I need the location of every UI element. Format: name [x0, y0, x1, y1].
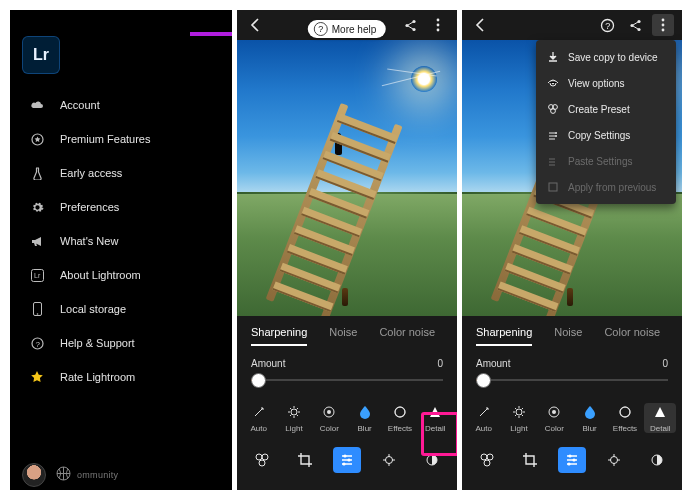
slider-thumb[interactable]: [251, 373, 266, 388]
slider-value-amount: 0: [662, 358, 668, 369]
slider-label-amount: Amount: [476, 358, 662, 369]
apply-previous-icon: [546, 181, 560, 193]
svg-point-22: [343, 454, 346, 457]
tool-label: Auto: [475, 424, 491, 433]
photo-preview[interactable]: [237, 40, 457, 316]
tool-label: Detail: [650, 424, 670, 433]
tab-color-noise[interactable]: Color noise: [604, 326, 660, 346]
help-icon: ?: [314, 22, 328, 36]
sidebar-item-preferences[interactable]: Preferences: [10, 190, 232, 224]
tab-noise[interactable]: Noise: [329, 326, 357, 346]
svg-point-47: [618, 405, 632, 419]
menu-label: Apply from previous: [568, 182, 656, 193]
presets-icon[interactable]: [473, 447, 501, 473]
slider-value-amount: 0: [437, 358, 443, 369]
tool-auto[interactable]: Auto: [243, 403, 275, 433]
sidebar-item-whats-new[interactable]: What's New: [10, 224, 232, 258]
kebab-icon[interactable]: [652, 14, 674, 36]
mask-icon[interactable]: [418, 447, 446, 473]
menu-view-options[interactable]: View options: [536, 70, 676, 96]
adjust-icon[interactable]: [558, 447, 586, 473]
tool-light[interactable]: Light: [278, 403, 310, 433]
avatar[interactable]: [22, 463, 46, 487]
effects-icon: [618, 403, 632, 421]
svg-point-33: [662, 24, 665, 27]
tool-label: Color: [545, 424, 564, 433]
preset-icon: [546, 103, 560, 115]
editor-panel-dropdown: ?: [462, 10, 682, 490]
slider-thumb[interactable]: [476, 373, 491, 388]
tool-auto[interactable]: Auto: [468, 403, 500, 433]
svg-point-49: [487, 454, 493, 460]
sidebar-item-help[interactable]: ? Help & Support: [10, 326, 232, 360]
sidebar-item-label: About Lightroom: [60, 269, 141, 281]
sidebar-item-label: Early access: [60, 167, 122, 179]
svg-point-20: [262, 454, 268, 460]
tab-noise[interactable]: Noise: [554, 326, 582, 346]
kebab-icon[interactable]: [427, 14, 449, 36]
svg-point-19: [256, 454, 262, 460]
download-icon: [546, 51, 560, 63]
svg-point-25: [386, 457, 393, 464]
svg-point-41: [555, 135, 557, 137]
svg-point-18: [393, 405, 407, 419]
amount-slider[interactable]: [476, 373, 668, 387]
tab-sharpening[interactable]: Sharpening: [251, 326, 307, 346]
tool-blur[interactable]: Blur: [574, 403, 606, 433]
tool-color[interactable]: Color: [538, 403, 570, 433]
menu-copy-settings[interactable]: Copy Settings: [536, 122, 676, 148]
sidebar-item-local-storage[interactable]: Local storage: [10, 292, 232, 326]
menu-apply-previous: Apply from previous: [536, 174, 676, 200]
svg-text:Lr: Lr: [34, 272, 41, 279]
back-icon[interactable]: [245, 14, 267, 36]
auto-icon: [477, 403, 491, 421]
amount-slider[interactable]: [251, 373, 443, 387]
sidebar-item-about[interactable]: Lr About Lightroom: [10, 258, 232, 292]
tool-effects[interactable]: Effects: [609, 403, 641, 433]
menu-save-copy[interactable]: Save copy to device: [536, 44, 676, 70]
adjust-icon[interactable]: [333, 447, 361, 473]
share-icon[interactable]: [624, 14, 646, 36]
effects-icon: [393, 403, 407, 421]
bottom-toolbar: [462, 441, 682, 481]
sidebar-item-label: What's New: [60, 235, 118, 247]
help-icon[interactable]: ?: [596, 14, 618, 36]
heal-icon[interactable]: [375, 447, 403, 473]
menu-label: View options: [568, 78, 625, 89]
tool-color[interactable]: Color: [313, 403, 345, 433]
tool-blur[interactable]: Blur: [349, 403, 381, 433]
svg-point-13: [437, 29, 440, 32]
tool-detail[interactable]: Detail: [644, 403, 676, 433]
sidebar-item-premium[interactable]: Premium Features: [10, 122, 232, 156]
more-help-button[interactable]: ? More help: [308, 20, 386, 38]
tab-color-noise[interactable]: Color noise: [379, 326, 435, 346]
more-help-label: More help: [332, 24, 376, 35]
svg-rect-42: [549, 183, 557, 191]
tool-detail[interactable]: Detail: [419, 403, 451, 433]
crop-icon[interactable]: [516, 447, 544, 473]
svg-point-12: [437, 24, 440, 27]
presets-icon[interactable]: [248, 447, 276, 473]
back-icon[interactable]: [470, 14, 492, 36]
share-icon[interactable]: [399, 14, 421, 36]
community-label: ommunity: [77, 470, 118, 480]
crop-icon[interactable]: [291, 447, 319, 473]
sidebar-item-rate[interactable]: Rate Lightroom: [10, 360, 232, 394]
tab-sharpening[interactable]: Sharpening: [476, 326, 532, 346]
tool-light[interactable]: Light: [503, 403, 535, 433]
slider-label-amount: Amount: [251, 358, 437, 369]
globe-icon[interactable]: [56, 466, 71, 484]
svg-point-32: [662, 19, 665, 22]
sidebar-item-early-access[interactable]: Early access: [10, 156, 232, 190]
svg-point-50: [484, 460, 490, 466]
detail-icon: [428, 403, 442, 421]
tool-effects[interactable]: Effects: [384, 403, 416, 433]
blur-icon: [359, 403, 371, 421]
tool-label: Light: [510, 424, 527, 433]
detail-tabs: Sharpening Noise Color noise: [237, 316, 457, 350]
svg-point-24: [342, 462, 345, 465]
menu-create-preset[interactable]: Create Preset: [536, 96, 676, 122]
heal-icon[interactable]: [600, 447, 628, 473]
mask-icon[interactable]: [643, 447, 671, 473]
sidebar-item-account[interactable]: Account: [10, 88, 232, 122]
